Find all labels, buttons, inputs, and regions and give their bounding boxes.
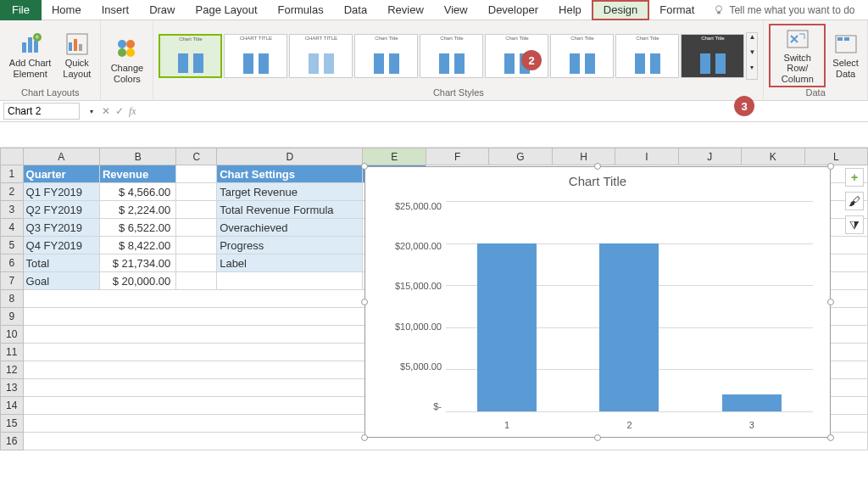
cell-A3[interactable]: Q2 FY2019 [23, 201, 99, 219]
col-header-C[interactable]: C [176, 148, 217, 165]
chart-title[interactable]: Chart Title [365, 167, 830, 195]
chart-style-4[interactable]: Chart Title [354, 34, 418, 78]
chart-handle[interactable] [594, 163, 601, 170]
tab-formulas[interactable]: Formulas [268, 0, 334, 20]
cell-B7[interactable]: $ 20,000.00 [99, 272, 175, 290]
col-header-E[interactable]: E [363, 148, 426, 165]
chart-filters-button[interactable]: ⧩ [845, 215, 864, 234]
chart-handle[interactable] [361, 163, 368, 170]
gallery-scroll-up[interactable]: ▲ [747, 33, 757, 48]
chart-style-3[interactable]: CHART TITLE [289, 34, 353, 78]
tell-me-search[interactable]: Tell me what you want to do [713, 4, 854, 16]
chart-elements-button[interactable]: + [845, 168, 864, 187]
select-all-corner[interactable] [1, 148, 24, 165]
cell-A5[interactable]: Q4 FY2019 [23, 237, 99, 254]
col-header-K[interactable]: K [742, 148, 804, 165]
chart-handle[interactable] [361, 299, 368, 305]
row-header-4[interactable]: 4 [1, 219, 24, 237]
chart-handle[interactable] [827, 299, 834, 305]
tab-draw[interactable]: Draw [139, 0, 185, 20]
add-chart-element-icon: + [19, 32, 42, 56]
row-header-1[interactable]: 1 [1, 165, 24, 183]
embedded-chart[interactable]: Chart Title $25,000.00 $20,000.00 $15,00… [364, 166, 831, 438]
tab-home[interactable]: Home [42, 0, 92, 20]
chart-styles-button[interactable]: 🖌 [845, 192, 864, 210]
col-header-F[interactable]: F [426, 148, 488, 165]
chart-plot-area[interactable]: $25,000.00 $20,000.00 $15,000.00 $10,000… [391, 201, 813, 411]
cell-D2[interactable]: Target Revenue [217, 183, 363, 201]
cell-B2[interactable]: $ 4,566.00 [99, 183, 175, 201]
tab-design[interactable]: Design [592, 0, 649, 20]
tab-insert[interactable]: Insert [92, 0, 140, 20]
add-chart-element-label: Add Chart Element [8, 58, 52, 78]
enter-icon[interactable]: ✓ [115, 105, 124, 117]
tab-format[interactable]: Format [649, 0, 704, 20]
col-header-A[interactable]: A [23, 148, 99, 165]
tab-help[interactable]: Help [548, 0, 592, 20]
row-header-5[interactable]: 5 [1, 237, 24, 254]
add-chart-element-button[interactable]: + Add Chart Element [5, 31, 55, 80]
col-header-L[interactable]: L [804, 148, 868, 165]
col-header-D[interactable]: D [217, 148, 363, 165]
select-data-button[interactable]: Select Data [829, 31, 862, 80]
name-box[interactable] [3, 103, 80, 120]
cell-A7[interactable]: Goal [23, 272, 99, 290]
quick-layout-button[interactable]: Quick Layout [58, 31, 95, 80]
chart-style-1[interactable]: Chart Title [159, 34, 222, 78]
cell-D4[interactable]: Overachieved [217, 219, 363, 237]
chart-handle[interactable] [827, 163, 834, 170]
cell-B3[interactable]: $ 2,224.00 [99, 201, 175, 219]
col-header-J[interactable]: J [678, 148, 741, 165]
col-header-H[interactable]: H [552, 148, 615, 165]
row-header-2[interactable]: 2 [1, 183, 24, 201]
cell-B1[interactable]: Revenue [99, 165, 175, 183]
col-header-G[interactable]: G [489, 148, 552, 165]
cell-B5[interactable]: $ 8,422.00 [99, 237, 175, 254]
gallery-scroll-down[interactable]: ▼ [747, 48, 757, 64]
row-header-3[interactable]: 3 [1, 201, 24, 219]
chart-handle[interactable] [827, 434, 834, 441]
quick-layout-label: Quick Layout [62, 58, 92, 78]
cell-A1[interactable]: Quarter [23, 165, 99, 183]
tab-view[interactable]: View [434, 0, 478, 20]
chart-bar-2[interactable] [599, 243, 659, 411]
cell-C1[interactable] [176, 165, 217, 183]
chart-handle[interactable] [361, 434, 368, 441]
col-header-I[interactable]: I [615, 148, 678, 165]
cell-D6[interactable]: Label [217, 254, 363, 272]
row-header-7[interactable]: 7 [1, 272, 24, 290]
cell-D1[interactable]: Chart Settings [217, 165, 363, 183]
cancel-icon[interactable]: ✕ [102, 105, 110, 117]
cell-A2[interactable]: Q1 FY2019 [23, 183, 99, 201]
chart-bar-1[interactable] [477, 243, 537, 411]
chart-style-2[interactable]: CHART TITLE [224, 34, 287, 78]
gallery-more[interactable]: ▾ [747, 64, 757, 79]
cell-A6[interactable]: Total [23, 254, 99, 272]
cell-D5[interactable]: Progress [217, 237, 363, 254]
worksheet-grid[interactable]: A B C D E F G H I J K L 1QuarterRevenueC… [0, 148, 868, 487]
cell-D3[interactable]: Total Revenue Formula [217, 201, 363, 219]
chart-style-9[interactable]: Chart Title [681, 34, 744, 78]
chart-handle[interactable] [594, 434, 601, 441]
chart-style-5[interactable]: Chart Title [420, 34, 483, 78]
tab-page-layout[interactable]: Page Layout [186, 0, 268, 20]
cell-A4[interactable]: Q3 FY2019 [23, 219, 99, 237]
file-tab[interactable]: File [0, 0, 42, 20]
row-header-6[interactable]: 6 [1, 254, 24, 272]
col-header-B[interactable]: B [99, 148, 175, 165]
chart-style-8[interactable]: Chart Title [615, 34, 679, 78]
tab-data[interactable]: Data [334, 0, 377, 20]
chart-side-buttons: + 🖌 ⧩ [845, 168, 864, 234]
tab-review[interactable]: Review [377, 0, 434, 20]
chart-bar-3[interactable] [722, 394, 782, 411]
group-label-chart-styles: Chart Styles [159, 87, 758, 98]
switch-row-column-button[interactable]: Switch Row/ Column [769, 24, 826, 87]
fx-icon[interactable]: fx [129, 105, 136, 118]
name-box-dropdown[interactable]: ▾ [90, 108, 93, 115]
chart-style-7[interactable]: Chart Title [550, 34, 614, 78]
change-colors-button[interactable]: Change Colors [106, 36, 147, 85]
tab-developer[interactable]: Developer [478, 0, 548, 20]
cell-B4[interactable]: $ 6,522.00 [99, 219, 175, 237]
cell-B6[interactable]: $ 21,734.00 [99, 254, 175, 272]
svg-point-14 [126, 48, 135, 57]
